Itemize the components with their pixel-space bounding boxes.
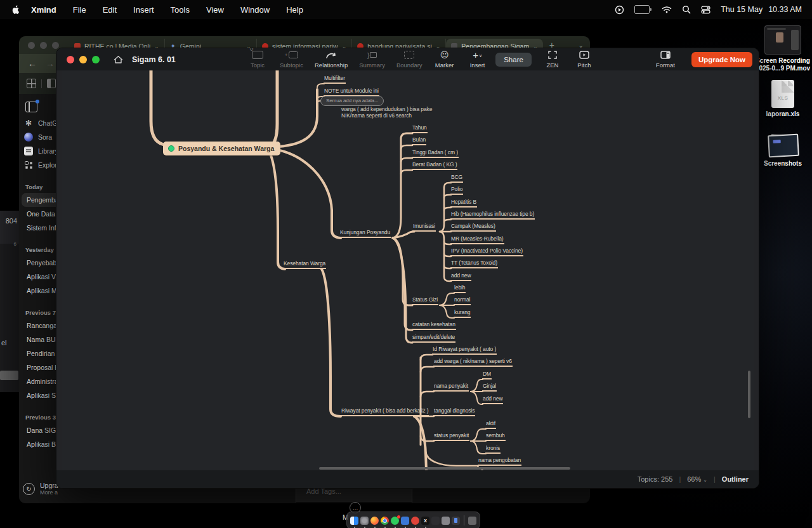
mindmap-topic[interactable]: catatan kesehatan <box>412 321 456 330</box>
archive-dock-icon[interactable] <box>442 517 450 525</box>
wifi-icon[interactable] <box>662 6 672 13</box>
horizontal-scrollbar[interactable] <box>319 467 570 470</box>
home-icon[interactable] <box>114 55 123 64</box>
firefox-dock-icon[interactable] <box>370 517 379 525</box>
mindmap-topic[interactable]: Kesehatan Warga <box>283 260 326 269</box>
format-button[interactable]: Format <box>655 50 676 69</box>
mindmap-topic[interactable]: lebih <box>454 284 466 293</box>
zoom-button[interactable] <box>92 56 100 63</box>
mindmap-topic[interactable]: BCG <box>450 174 463 183</box>
mindmap-topic[interactable]: DM <box>482 371 492 380</box>
subtopic-button[interactable]: Subtopic <box>280 50 303 69</box>
apple-logo-icon[interactable] <box>11 5 20 15</box>
marker-button[interactable]: ☺ Marker <box>434 50 455 69</box>
mindmap-topic[interactable]: Berat Badan ( KG ) <box>412 161 457 170</box>
mindmap-topic[interactable]: Multifilter <box>324 75 346 84</box>
menu-edit[interactable]: Edit <box>103 5 117 15</box>
mindmap-topic[interactable]: add warga ( nik/nama ) seperti v6 <box>433 358 513 367</box>
mindmap-topic[interactable]: warga ( add kependudukan ) bisa pake NIK… <box>341 106 433 120</box>
window-traffic-lights[interactable] <box>67 56 100 63</box>
xmind-dock-icon[interactable]: X <box>421 517 429 525</box>
mindmap-canvas[interactable]: MultifilterNOTE untuk Module iniSemua ad… <box>62 70 754 470</box>
mindmap-topic[interactable]: Id Riwayat penyakit ( auto ) <box>432 346 497 355</box>
finder-dock-icon[interactable] <box>350 517 358 525</box>
mindmap-topic[interactable]: NOTE untuk Module ini <box>324 88 379 96</box>
desktop-icon-screenshots[interactable]: Screenshots <box>754 133 812 168</box>
whatsapp-dock-icon[interactable] <box>391 517 399 525</box>
mindmap-topic[interactable]: TT (Tetanus Toxoid) <box>450 260 498 268</box>
zen-button[interactable]: ZEN <box>542 50 563 69</box>
mindmap-topic[interactable]: Kunjungan Posyandu <box>339 229 391 238</box>
mindmap-topic[interactable]: kronis <box>485 445 501 454</box>
mindmap-topic[interactable]: nama penyakit <box>433 383 469 392</box>
blue-app-dock-icon[interactable] <box>401 517 409 525</box>
vertical-scrollbar[interactable] <box>748 371 750 418</box>
mindmap-topic[interactable]: Hib (Haemophilus influenzae tipe b) <box>450 211 535 220</box>
relationship-button[interactable]: Relationship <box>315 50 348 69</box>
menu-view[interactable]: View <box>206 5 224 15</box>
topic-button[interactable]: Topic <box>247 50 268 69</box>
close-button[interactable] <box>67 56 74 63</box>
trash-dock-icon[interactable] <box>468 517 476 525</box>
forward-arrow-icon[interactable]: → <box>46 58 55 69</box>
battery-icon[interactable] <box>634 5 652 14</box>
mindmap-topic[interactable]: MR (Measles-Rubella) <box>450 235 504 244</box>
mindmap-topic[interactable]: Semua add nya adala... <box>320 96 384 106</box>
summary-button[interactable]: } Summary <box>359 50 385 69</box>
mindmap-topic[interactable]: Polio <box>450 186 463 195</box>
mindmap-main-topic[interactable]: Posyandu & Kesehatan Warga <box>163 142 280 155</box>
mindmap-topic[interactable]: Campak (Measles) <box>450 223 496 232</box>
mindmap-topic[interactable]: tanggal diagnosis <box>433 407 475 416</box>
upgrade-now-button[interactable]: Upgrade Now <box>691 52 752 67</box>
share-button[interactable]: Share <box>495 53 532 67</box>
mindmap-topic[interactable]: kurang <box>454 309 471 318</box>
boundary-button[interactable]: Boundary <box>396 50 422 69</box>
menu-file[interactable]: File <box>73 5 86 15</box>
screen-record-icon[interactable] <box>615 5 624 15</box>
menu-insert[interactable]: Insert <box>133 5 154 15</box>
menu-help[interactable]: Help <box>286 5 303 15</box>
browser-traffic-lights[interactable] <box>28 42 59 49</box>
mindmap-topic[interactable]: Riwayat penyakit ( bisa add berkali2 ) <box>341 407 429 416</box>
mindmap-topic[interactable]: IPV (Inactivated Polio Vaccine) <box>450 248 523 256</box>
sidebar-upgrade-item[interactable]: ↻ Upgra More a <box>23 482 58 496</box>
mindmap-topic[interactable]: Tinggi Badan ( cm ) <box>412 149 459 158</box>
mindmap-topic[interactable]: Tahun <box>412 124 428 133</box>
system-settings-dock-icon[interactable] <box>360 517 369 525</box>
back-arrow-icon[interactable]: ← <box>28 58 37 69</box>
mindmap-topic[interactable]: sembuh <box>485 432 506 441</box>
mindmap-topic[interactable]: Status Gizi <box>412 296 438 305</box>
insert-button[interactable]: +∨ Insert <box>467 50 488 69</box>
outliner-toggle[interactable]: Outliner <box>722 475 749 483</box>
mindmap-topic[interactable]: Hepatitis B <box>450 199 477 208</box>
mindmap-topic[interactable]: add new <box>482 395 503 404</box>
zoom-level-control[interactable]: 66%⌄ <box>687 475 707 483</box>
terminal-dock-icon[interactable] <box>431 517 440 525</box>
mindmap-topic[interactable]: simpan/edit/delete <box>412 334 455 343</box>
mindmap-topic[interactable]: normal <box>454 296 471 305</box>
panel-icon[interactable] <box>47 79 56 88</box>
menu-tools[interactable]: Tools <box>171 5 190 15</box>
control-center-icon[interactable] <box>701 6 710 14</box>
menu-window[interactable]: Window <box>240 5 270 15</box>
phone-dock-icon[interactable] <box>452 517 460 525</box>
mindmap-topic[interactable]: aktif <box>485 420 496 429</box>
pitch-button[interactable]: Pitch <box>573 50 595 69</box>
menu-bar-clock[interactable]: Thu 15 May 10.33 AM <box>721 5 802 14</box>
grid-icon[interactable] <box>27 79 36 88</box>
mindmap-topic[interactable]: nama pengobatan <box>478 457 521 466</box>
sidebar-toggle-icon[interactable] <box>25 102 37 112</box>
mindmap-topic[interactable]: Bulan <box>412 136 426 145</box>
desktop-icon-screen-recording[interactable]: Screen Recording 2025-0...9 PM.mov <box>754 25 812 72</box>
desktop-icon-laporan-xls[interactable]: XLS laporan.xls <box>754 80 812 118</box>
mindmap-topic[interactable]: Ginjal <box>482 383 497 392</box>
red-app-dock-icon[interactable] <box>411 517 419 525</box>
spotlight-search-icon[interactable] <box>682 5 691 14</box>
mindmap-topic[interactable]: status penyakit <box>433 432 469 441</box>
active-app-name[interactable]: Xmind <box>31 5 56 15</box>
minimize-button[interactable] <box>79 56 87 63</box>
desktop-icon-label: Screenshots <box>764 160 802 168</box>
mindmap-topic[interactable]: Imunisasi <box>412 223 436 232</box>
mindmap-topic[interactable]: add new <box>450 272 471 281</box>
chrome-dock-icon[interactable] <box>381 517 389 525</box>
